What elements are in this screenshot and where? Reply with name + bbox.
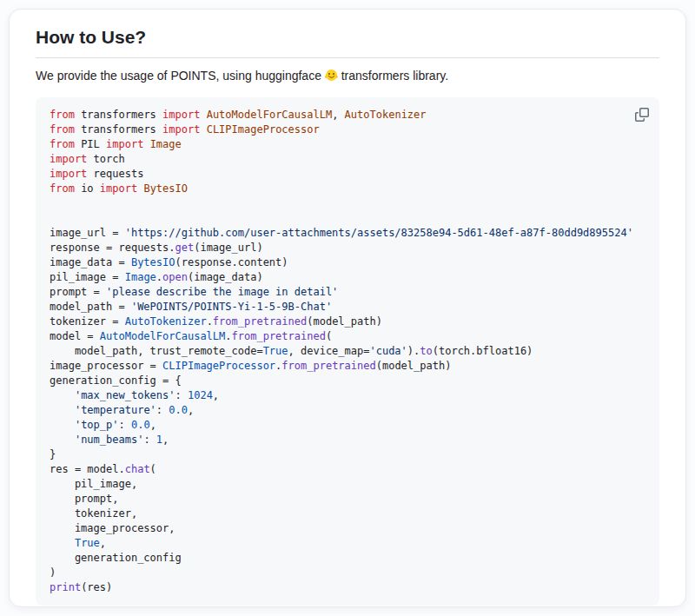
- intro-text-before: We provide the usage of POINTS, using hu…: [36, 69, 325, 83]
- copy-code-button[interactable]: [630, 103, 654, 127]
- code-block: from transformers import AutoModelForCau…: [36, 97, 659, 606]
- code-content: from transformers import AutoModelForCau…: [50, 108, 645, 595]
- hugging-face-emoji-icon: [325, 69, 338, 86]
- copy-icon: [635, 108, 649, 122]
- readme-card: How to Use? We provide the usage of POIN…: [9, 9, 686, 607]
- intro-text-after: transformers library.: [338, 69, 448, 83]
- section-heading: How to Use?: [36, 22, 659, 58]
- intro-paragraph: We provide the usage of POINTS, using hu…: [36, 68, 659, 86]
